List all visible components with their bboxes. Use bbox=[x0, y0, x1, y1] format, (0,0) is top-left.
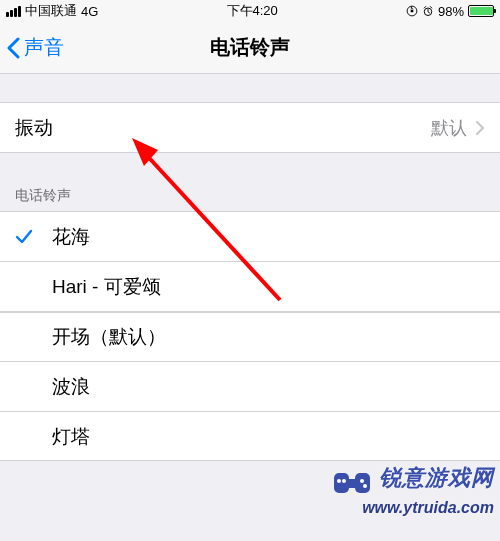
orientation-lock-icon bbox=[406, 5, 418, 17]
status-time: 下午4:20 bbox=[227, 2, 278, 20]
check-icon bbox=[15, 228, 33, 246]
ringtone-item[interactable]: 开场（默认） bbox=[0, 311, 500, 361]
ringtone-item[interactable]: 灯塔 bbox=[0, 411, 500, 461]
battery-icon bbox=[468, 5, 494, 17]
svg-point-6 bbox=[337, 479, 341, 483]
chevron-right-icon bbox=[475, 120, 485, 136]
status-bar: 中国联通 4G 下午4:20 98% bbox=[0, 0, 500, 22]
watermark-brand: 锐意游戏网 bbox=[379, 463, 494, 493]
svg-point-8 bbox=[360, 479, 364, 483]
battery-pct: 98% bbox=[438, 4, 464, 19]
alarm-icon bbox=[422, 5, 434, 17]
ringtone-item[interactable]: 花海 bbox=[0, 211, 500, 261]
watermark-url: www.ytruida.com bbox=[362, 499, 494, 517]
ringtone-item[interactable]: 波浪 bbox=[0, 361, 500, 411]
ringtone-label: 灯塔 bbox=[52, 424, 485, 450]
network-label: 4G bbox=[81, 4, 98, 19]
watermark-logo-icon bbox=[332, 467, 372, 501]
status-right: 98% bbox=[406, 4, 494, 19]
vibration-group: 振动 默认 bbox=[0, 102, 500, 153]
nav-bar: 声音 电话铃声 bbox=[0, 22, 500, 74]
vibration-cell[interactable]: 振动 默认 bbox=[0, 102, 500, 152]
vibration-label: 振动 bbox=[15, 115, 431, 141]
status-left: 中国联通 4G bbox=[6, 2, 98, 20]
ringtones-group: 电话铃声 花海 Hari - 可爱颂 开场（默认） 波浪 灯塔 bbox=[0, 181, 500, 461]
page-title: 电话铃声 bbox=[0, 34, 500, 61]
ringtone-item[interactable]: Hari - 可爱颂 bbox=[0, 261, 500, 311]
ringtone-label: 花海 bbox=[52, 224, 485, 250]
svg-point-9 bbox=[363, 484, 367, 488]
carrier-label: 中国联通 bbox=[25, 2, 77, 20]
ringtones-header: 电话铃声 bbox=[0, 181, 500, 211]
chevron-left-icon bbox=[6, 37, 20, 59]
svg-point-7 bbox=[342, 479, 346, 483]
ringtone-list: 花海 Hari - 可爱颂 开场（默认） 波浪 灯塔 bbox=[0, 211, 500, 461]
ringtone-label: 开场（默认） bbox=[52, 324, 485, 350]
svg-rect-1 bbox=[411, 10, 414, 12]
vibration-value: 默认 bbox=[431, 116, 467, 140]
ringtone-label: Hari - 可爱颂 bbox=[52, 274, 485, 300]
svg-rect-5 bbox=[346, 479, 358, 488]
back-label: 声音 bbox=[24, 34, 64, 61]
svg-rect-4 bbox=[355, 473, 370, 493]
back-button[interactable]: 声音 bbox=[0, 34, 64, 61]
svg-rect-3 bbox=[334, 473, 349, 493]
signal-icon bbox=[6, 6, 21, 17]
ringtone-label: 波浪 bbox=[52, 374, 485, 400]
